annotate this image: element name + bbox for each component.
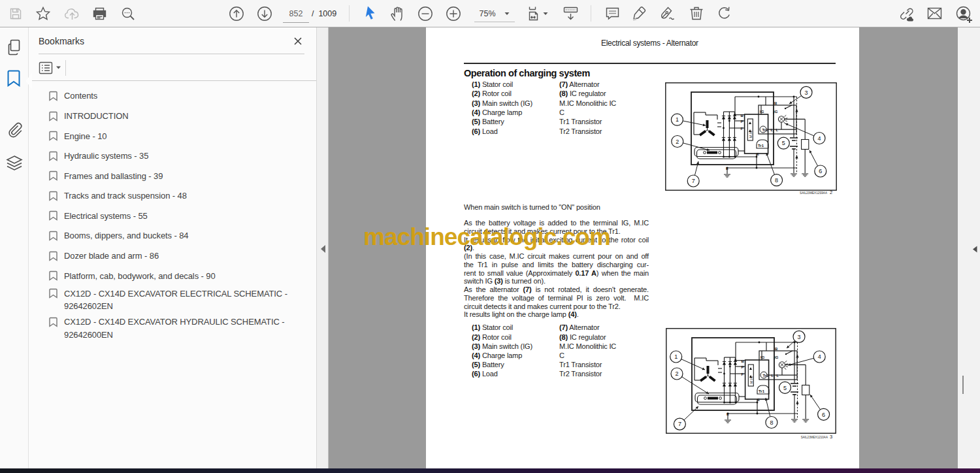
svg-text:Tr2: Tr2 [762, 128, 769, 132]
svg-text:P: P [742, 365, 744, 369]
svg-text:4: 4 [818, 353, 821, 360]
svg-text:L: L [771, 128, 774, 132]
svg-text:Tr2: Tr2 [763, 374, 770, 378]
svg-text:M.IC: M.IC [749, 130, 753, 138]
svg-text:8: 8 [775, 177, 778, 184]
svg-text:F: F [742, 372, 744, 376]
svg-text:IG: IG [760, 355, 765, 359]
svg-text:Tr1: Tr1 [758, 144, 764, 148]
svg-text:E: E [727, 412, 729, 416]
svg-text:IG: IG [760, 110, 764, 114]
svg-text:5: 5 [783, 385, 787, 391]
svg-text:B: B [774, 101, 777, 105]
svg-text:3: 3 [797, 334, 800, 340]
svg-text:E: E [757, 398, 760, 402]
svg-text:5: 5 [782, 140, 785, 146]
svg-text:B: B [741, 114, 744, 118]
svg-text:P: P [741, 120, 743, 123]
svg-text:IG: IG [774, 110, 778, 114]
svg-text:6: 6 [819, 168, 822, 174]
svg-text:7: 7 [678, 421, 681, 427]
svg-text:L: L [772, 374, 774, 378]
svg-text:Tr1: Tr1 [759, 389, 765, 393]
svg-text:M.IC: M.IC [749, 376, 753, 383]
svg-text:L: L [776, 128, 779, 132]
svg-text:2: 2 [675, 370, 678, 377]
svg-text:E: E [726, 167, 728, 171]
svg-text:B: B [742, 359, 745, 363]
svg-text:L: L [777, 374, 779, 378]
svg-text:7: 7 [692, 178, 695, 184]
svg-text:IG: IG [774, 355, 779, 359]
svg-text:2: 2 [676, 139, 679, 145]
svg-text:B: B [775, 347, 778, 351]
svg-text:6: 6 [822, 412, 825, 418]
svg-text:1: 1 [674, 353, 678, 360]
svg-text:8: 8 [770, 419, 773, 426]
svg-text:F: F [741, 127, 743, 131]
svg-text:1: 1 [676, 116, 679, 123]
svg-text:4: 4 [817, 135, 821, 142]
svg-text:3: 3 [804, 90, 808, 96]
svg-text:E: E [757, 152, 759, 156]
